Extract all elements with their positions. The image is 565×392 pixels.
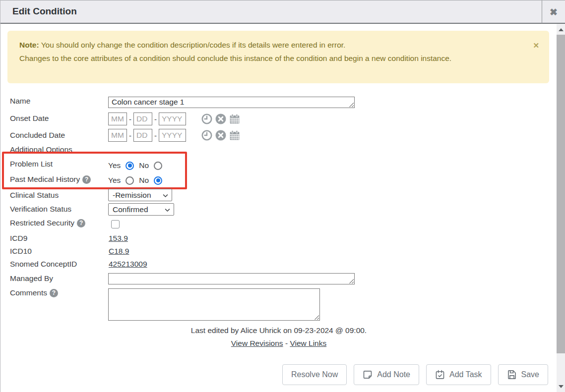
onset-date-label: Onset Date xyxy=(10,114,49,123)
pmh-yes-label: Yes xyxy=(108,176,121,185)
concluded-month-input[interactable] xyxy=(108,129,127,142)
dialog-title: Edit Condition xyxy=(12,6,77,17)
date-dash: - xyxy=(154,131,157,140)
onset-date-icons xyxy=(201,113,241,125)
clock-icon[interactable] xyxy=(201,129,213,141)
scroll-up-button[interactable] xyxy=(557,25,565,34)
save-button[interactable]: Save xyxy=(498,364,548,385)
problem-list-no-radio[interactable] xyxy=(154,162,162,170)
icd9-label: ICD9 xyxy=(10,234,27,243)
warning-banner: Note: You should only change the conditi… xyxy=(7,31,549,83)
onset-month-input[interactable] xyxy=(108,112,127,125)
snomed-label: Snomed ConceptID xyxy=(10,260,77,269)
managed-by-input[interactable] xyxy=(108,273,355,284)
last-edited-text: Last edited by Alice Uhrick on 09-23-202… xyxy=(0,326,557,335)
comments-field-wrap xyxy=(108,288,320,321)
name-field-wrap: Colon cancer stage 1 xyxy=(108,97,355,108)
clock-icon[interactable] xyxy=(201,113,213,125)
action-button-bar: Resolve Now Add Note Add Task Save xyxy=(282,364,548,385)
onset-day-input[interactable] xyxy=(133,112,152,125)
warning-line1: Note: You should only change the conditi… xyxy=(19,38,527,52)
close-button[interactable]: ✖ xyxy=(542,0,565,23)
calendar-check-icon xyxy=(435,370,445,380)
footer-links: View Revisions - View Links xyxy=(0,339,557,348)
verification-status-select[interactable]: Confirmed xyxy=(108,203,174,216)
add-note-button[interactable]: Add Note xyxy=(354,364,419,385)
concluded-date-row: - - xyxy=(108,129,241,142)
close-icon: ✖ xyxy=(550,6,558,18)
add-task-label: Add Task xyxy=(449,370,482,379)
dismiss-warning-icon[interactable]: ✕ xyxy=(533,39,539,52)
date-dash: - xyxy=(154,115,157,123)
clear-circle-icon[interactable] xyxy=(215,113,227,125)
verification-status-value: Confirmed xyxy=(113,205,148,214)
name-input[interactable]: Colon cancer stage 1 xyxy=(108,97,355,108)
comments-input[interactable] xyxy=(108,288,320,321)
date-dash: - xyxy=(129,115,131,123)
clinical-status-label: Clinical Status xyxy=(10,191,59,200)
chevron-down-icon xyxy=(164,206,171,214)
clear-circle-icon[interactable] xyxy=(215,129,227,141)
icd10-label: ICD10 xyxy=(10,247,32,256)
concluded-year-input[interactable] xyxy=(159,129,186,142)
calendar-icon[interactable] xyxy=(229,129,241,141)
chevron-down-icon xyxy=(162,192,169,199)
resolve-now-label: Resolve Now xyxy=(291,370,338,379)
verification-status-label: Verification Status xyxy=(10,205,71,214)
calendar-icon[interactable] xyxy=(229,113,241,125)
help-icon[interactable]: ? xyxy=(82,175,91,184)
date-dash: - xyxy=(129,131,131,140)
pmh-yes-radio[interactable] xyxy=(126,176,134,185)
help-icon[interactable]: ? xyxy=(77,219,85,227)
problem-list-yes-label: Yes xyxy=(108,161,121,170)
comments-label: Comments ? xyxy=(10,288,58,297)
managed-by-label: Managed By xyxy=(10,274,53,283)
concluded-date-label: Concluded Date xyxy=(10,131,65,140)
scroll-up-icon xyxy=(559,28,564,31)
resolve-now-button[interactable]: Resolve Now xyxy=(282,364,347,385)
problem-list-radio-group: Yes No xyxy=(108,161,162,170)
restricted-security-checkbox[interactable] xyxy=(111,220,120,228)
problem-list-label: Problem List xyxy=(10,160,53,168)
vertical-scrollbar[interactable] xyxy=(557,24,565,392)
name-label: Name xyxy=(10,97,30,106)
note-icon xyxy=(363,370,373,380)
view-links-link[interactable]: View Links xyxy=(290,339,326,347)
managed-by-field-wrap xyxy=(108,273,355,284)
scrollbar-thumb[interactable] xyxy=(557,35,565,353)
icd10-code-link[interactable]: C18.9 xyxy=(109,247,129,256)
dialog-header: Edit Condition ✖ xyxy=(0,0,565,24)
pmh-no-label: No xyxy=(139,176,149,185)
concluded-date-icons xyxy=(201,129,241,141)
add-task-button[interactable]: Add Task xyxy=(426,364,491,385)
clinical-status-value: -Remission xyxy=(113,191,151,200)
problem-list-yes-radio[interactable] xyxy=(126,162,134,170)
warning-label: Note: xyxy=(19,41,39,49)
help-icon[interactable]: ? xyxy=(50,289,58,297)
icd9-code-link[interactable]: 153.9 xyxy=(109,234,128,243)
past-medical-history-label: Past Medical History ? xyxy=(10,175,91,184)
edit-condition-dialog: Edit Condition ✖ Note: You should only c… xyxy=(0,0,565,392)
onset-date-row: - - xyxy=(108,112,241,125)
pmh-no-radio[interactable] xyxy=(154,176,162,185)
onset-year-input[interactable] xyxy=(159,112,186,125)
clinical-status-select[interactable]: -Remission xyxy=(108,189,172,201)
snomed-code-link[interactable]: 425213009 xyxy=(109,260,147,269)
past-medical-history-radio-group: Yes No xyxy=(108,176,162,185)
footer-links-separator: - xyxy=(285,339,288,347)
view-revisions-link[interactable]: View Revisions xyxy=(231,339,283,347)
scroll-down-icon xyxy=(559,385,564,388)
problem-list-no-label: No xyxy=(139,161,149,170)
warning-line2: Changes to the core attributes of a cond… xyxy=(19,52,527,65)
scroll-down-button[interactable] xyxy=(557,382,565,391)
save-icon xyxy=(507,370,517,380)
concluded-day-input[interactable] xyxy=(133,129,152,142)
add-note-label: Add Note xyxy=(377,370,410,379)
save-label: Save xyxy=(521,370,539,379)
restricted-security-label: Restricted Security ? xyxy=(10,219,85,227)
additional-options-link[interactable]: Additional Options xyxy=(10,145,72,154)
